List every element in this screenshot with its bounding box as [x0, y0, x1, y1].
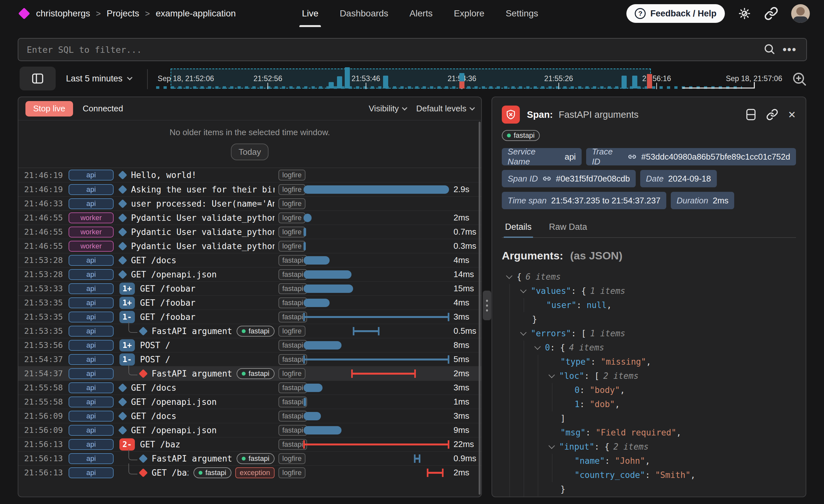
log-row[interactable]: 21:53:28apiGET /docsfastapi4ms [18, 253, 481, 267]
log-row[interactable]: 21:53:28apiGET /openapi.jsonfastapi14ms [18, 267, 481, 281]
log-row[interactable]: 21:55:58apiGET /openapi.jsonfastapi1ms [18, 395, 481, 409]
copy-link-icon[interactable] [766, 108, 778, 121]
breadcrumb-org[interactable]: christophergs [36, 8, 90, 19]
split-view-icon[interactable] [745, 108, 756, 121]
service-tag-api[interactable]: api [69, 184, 114, 195]
log-row[interactable]: 21:56:13api2-GET /bazfastapi22ms [18, 437, 481, 451]
tab-dashboards[interactable]: Dashboards [339, 0, 388, 27]
service-tag-api[interactable]: api [69, 312, 114, 322]
json-line[interactable]: "errors": [1 items [502, 326, 796, 340]
collapse-badge[interactable]: 1- [119, 311, 135, 323]
more-options-icon[interactable]: ••• [783, 43, 797, 56]
attribute-chip-time-span[interactable]: Time span21:54:37.235 to 21:54:37.237 [502, 192, 666, 209]
json-line[interactable]: } [502, 312, 796, 326]
breadcrumb-project-name[interactable]: example-application [156, 8, 236, 19]
service-tag-api[interactable]: api [69, 326, 114, 337]
service-tag-api[interactable]: api [69, 170, 114, 181]
theme-toggle-icon[interactable] [738, 7, 751, 20]
json-line[interactable]: 0: "body", [502, 383, 796, 397]
log-row[interactable]: 21:55:58apiGET /docsfastapi3ms [18, 380, 481, 395]
service-tag-api[interactable]: api [69, 397, 114, 407]
detail-tab-details[interactable]: Details [504, 218, 533, 237]
default-levels-dropdown[interactable]: Default levels [416, 104, 474, 114]
json-line[interactable]: "type": "missing", [502, 355, 796, 369]
collapse-badge[interactable]: 2- [119, 438, 135, 450]
collapse-chevron-icon[interactable] [548, 372, 555, 378]
service-tag-api[interactable]: api [69, 283, 114, 294]
stop-live-button[interactable]: Stop live [25, 101, 73, 116]
log-row[interactable]: 21:46:55workerPydantic User validate_pyt… [18, 225, 481, 239]
scope-tag-logfire[interactable]: logfire [279, 467, 305, 478]
tab-settings[interactable]: Settings [506, 0, 538, 27]
scope-tag-logfire[interactable]: logfire [279, 326, 305, 337]
today-button[interactable]: Today [231, 143, 269, 160]
scope-tag-fastapi[interactable]: fastapi [279, 439, 307, 450]
log-row[interactable]: 21:46:33apiuser processed: User(name='An… [18, 196, 481, 210]
fastapi-tag[interactable]: fastapi [236, 368, 275, 379]
json-line[interactable]: } [502, 482, 796, 496]
collapse-badge[interactable]: 1+ [119, 283, 135, 295]
scope-tag-logfire[interactable]: logfire [279, 212, 305, 223]
collapse-chevron-icon[interactable] [548, 442, 555, 449]
scope-tag-fastapi[interactable]: fastapi [279, 269, 307, 280]
panel-resize-handle[interactable] [483, 291, 491, 320]
service-tag-api[interactable]: api [69, 411, 114, 422]
service-tag-api[interactable]: api [69, 439, 114, 450]
fastapi-tag[interactable]: fastapi [193, 467, 231, 478]
collapse-badge[interactable]: 1+ [119, 339, 135, 351]
service-tag-api[interactable]: api [69, 255, 114, 266]
service-tag-api[interactable]: api [69, 368, 114, 379]
feedback-help-button[interactable]: ? Feedback / Help [626, 4, 725, 23]
json-line[interactable]: } [502, 496, 796, 497]
json-line[interactable]: "values": {1 items [502, 284, 796, 298]
scope-tag-logfire[interactable]: logfire [279, 184, 305, 195]
collapse-badge[interactable]: 1- [119, 354, 135, 366]
json-line[interactable]: 0: {4 items [502, 340, 796, 355]
scope-tag-fastapi[interactable]: fastapi [279, 283, 307, 294]
fastapi-tag[interactable]: fastapi [502, 130, 540, 141]
attribute-chip-span-id[interactable]: Span ID#0e31f5fd70e08cdb [502, 170, 636, 187]
log-row[interactable]: 21:53:35apiFastAPI argumentsfastapilogfi… [18, 324, 481, 338]
collapse-chevron-icon[interactable] [534, 343, 541, 350]
scope-tag-fastapi[interactable]: fastapi [279, 397, 307, 407]
share-link-icon[interactable] [764, 6, 778, 21]
attribute-chip-trace-id[interactable]: Trace ID#53ddc40980a86b57bfe89c1cc01c752… [586, 148, 796, 166]
service-tag-api[interactable]: api [69, 425, 114, 436]
json-line[interactable]: "msg": "Field required", [502, 425, 796, 440]
timeline-chart[interactable]: Sep 18, 21:52:06 Sep 18, 21:57:06 21:52:… [151, 66, 792, 91]
service-tag-api[interactable]: api [69, 269, 114, 280]
log-row[interactable]: 21:46:19apiHello, world!logfire [18, 168, 481, 182]
scope-tag-logfire[interactable]: logfire [279, 368, 305, 379]
scope-tag-fastapi[interactable]: fastapi [279, 354, 307, 365]
scope-tag-logfire[interactable]: logfire [279, 198, 305, 209]
collapse-chevron-icon[interactable] [520, 287, 527, 293]
log-row[interactable]: 21:54:37apiFastAPI argumentsfastapilogfi… [18, 366, 481, 380]
scope-tag-logfire[interactable]: logfire [279, 226, 305, 237]
log-row[interactable]: 21:56:09apiGET /openapi.jsonfastapi9ms [18, 423, 481, 437]
attribute-chip-service-name[interactable]: Service Nameapi [502, 148, 582, 166]
service-tag-worker[interactable]: worker [69, 226, 114, 237]
json-line[interactable]: ] [502, 411, 796, 425]
sql-filter-input[interactable] [18, 38, 806, 61]
scope-tag-fastapi[interactable]: fastapi [279, 411, 307, 422]
log-row[interactable]: 21:46:55workerPydantic User validate_pyt… [18, 239, 481, 253]
json-line[interactable]: "country_code": "Smith", [502, 468, 796, 482]
collapse-badge[interactable]: 1+ [119, 297, 135, 309]
tab-alerts[interactable]: Alerts [409, 0, 433, 27]
scope-tag-fastapi[interactable]: fastapi [279, 312, 307, 322]
scope-tag-logfire[interactable]: logfire [279, 241, 305, 252]
scope-tag-fastapi[interactable]: fastapi [279, 255, 307, 266]
attribute-chip-date[interactable]: Date2024-09-18 [640, 170, 717, 187]
log-row[interactable]: 21:53:33api1+GET /foobarfastapi15ms [18, 281, 481, 295]
vertical-scrollbar[interactable] [479, 122, 481, 495]
log-row[interactable]: 21:53:35api1-GET /foobarfastapi3ms [18, 310, 481, 324]
scope-tag-fastapi[interactable]: fastapi [279, 382, 307, 393]
detail-tab-raw-data[interactable]: Raw Data [548, 218, 589, 237]
logfire-logo-icon[interactable] [18, 8, 30, 20]
service-tag-worker[interactable]: worker [69, 241, 114, 252]
log-row[interactable]: 21:53:35api1+GET /foobarfastapi4ms [18, 295, 481, 310]
scope-tag-fastapi[interactable]: fastapi [279, 297, 307, 308]
log-row[interactable]: 21:56:09apiGET /docsfastapi3ms [18, 409, 481, 423]
scope-tag-logfire[interactable]: logfire [279, 453, 305, 464]
time-range-selector[interactable]: Last 5 minutes [66, 66, 132, 91]
